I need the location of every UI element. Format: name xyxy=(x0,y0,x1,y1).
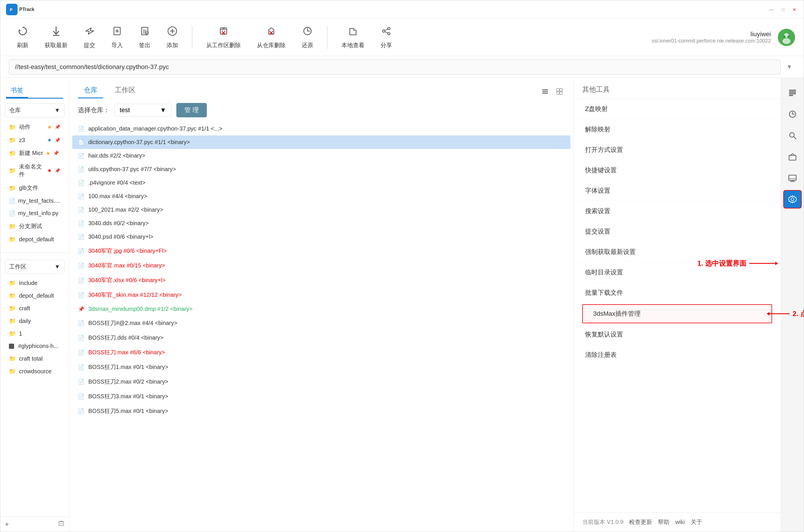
icon-bar-depot[interactable] xyxy=(783,148,802,166)
tool-open-settings[interactable]: 打开方式设置 xyxy=(574,140,781,160)
icon-bar-settings[interactable] xyxy=(783,190,802,208)
bookmark-glb[interactable]: 📁 glb文件 xyxy=(5,181,64,195)
star-icon: ★ xyxy=(46,150,50,156)
tool-clear-registry[interactable]: 清除注册表 xyxy=(574,345,781,365)
svg-point-14 xyxy=(388,27,390,30)
tool-shortcut-settings[interactable]: 快捷键设置 xyxy=(574,160,781,180)
toolbar-fetch[interactable]: 获取最新 xyxy=(37,23,76,52)
tool-search-settings[interactable]: 搜索设置 xyxy=(574,201,781,222)
path-dropdown-button[interactable]: ▼ xyxy=(784,59,795,75)
file-item-red[interactable]: 📄 3040军官.jpg #0/6 <binary+Fl> xyxy=(72,244,571,258)
view-toggle-btn-2[interactable] xyxy=(554,86,565,97)
ws-one[interactable]: 📁 1 xyxy=(5,327,64,340)
toolbar-checkout[interactable]: 签出 xyxy=(131,23,158,52)
file-item[interactable]: 📄 3040.psd #0/6 <binary+l> xyxy=(72,230,571,244)
ws-glyphicons[interactable]: #glyphicons-h... xyxy=(5,340,64,352)
workspace-dropdown[interactable]: 工作区 ▼ xyxy=(5,260,64,274)
toolbar-submit[interactable]: 提交 xyxy=(76,23,103,52)
tool-submit-settings[interactable]: 提交设置 xyxy=(574,222,781,242)
footer-check-update[interactable]: 检查更新 xyxy=(629,518,652,526)
ws-craft[interactable]: 📁 craft xyxy=(5,302,64,315)
svg-line-42 xyxy=(793,137,796,139)
tool-force-fetch-settings[interactable]: 强制获取最新设置 xyxy=(574,242,781,262)
remove-depot-label: 从仓库删除 xyxy=(257,41,286,49)
bookmark-z3[interactable]: 📁 z3 ★ 📌 xyxy=(5,134,64,146)
repo-select-dropdown[interactable]: test ▼ xyxy=(114,104,172,116)
file-item-red[interactable]: 📄 3040军官.xlsx #0/6 <binary+l> xyxy=(72,273,571,288)
bookmark-depot-default[interactable]: 📁 depot_default xyxy=(5,233,64,246)
bookmark-new-micro[interactable]: 📁 新建 Micr ★ 📌 xyxy=(5,146,64,160)
maximize-button[interactable]: □ xyxy=(780,6,786,13)
toolbar-revert[interactable]: 还原 xyxy=(294,23,321,52)
tab-depot[interactable]: 仓库 xyxy=(78,82,103,98)
footer-wiki[interactable]: wiki xyxy=(675,519,685,526)
delete-bookmark-button[interactable] xyxy=(58,520,64,528)
ws-daily[interactable]: 📁 daily xyxy=(5,315,64,327)
file-item-red[interactable]: 📄 3040军官.max #0/15 <binary> xyxy=(72,258,571,273)
file-item-red[interactable]: 📄 BOSS狂刀.max #6/6 <binary> xyxy=(72,345,571,360)
close-button[interactable]: ✕ xyxy=(791,6,798,13)
workspace-dropdown-label: 工作区 xyxy=(9,263,26,271)
tool-batch-download[interactable]: 批量下载文件 xyxy=(574,283,781,303)
file-item[interactable]: 📄 application_data_manager.cpython-37.py… xyxy=(72,122,571,135)
footer-about[interactable]: 关于 xyxy=(691,518,702,526)
tab-workspace[interactable]: 工作区 xyxy=(109,82,141,98)
minimize-button[interactable]: — xyxy=(768,6,775,13)
bookmark-test-facts[interactable]: 📄 my_test_facts.... xyxy=(5,195,64,207)
icon-bar-history[interactable] xyxy=(783,105,802,124)
file-item-red[interactable]: 📄 3040军官_skin.max #12/12 <binary> xyxy=(72,288,571,302)
file-item[interactable]: 📄 3040.dds #0/2 <binary> xyxy=(72,216,571,230)
bookmark-branch-test[interactable]: 📁 分支测试 xyxy=(5,220,64,233)
file-item[interactable]: 📄 BOSS狂刀1.max #0/1 <binary> xyxy=(72,360,571,375)
manage-button[interactable]: 管 理 xyxy=(176,103,207,117)
file-name: 100.max #4/4 <binary> xyxy=(88,193,565,200)
toolbar-share[interactable]: 分享 xyxy=(373,23,400,52)
tool-3dsmax-plugin[interactable]: 3dsMax插件管理 xyxy=(582,304,772,323)
footer-help[interactable]: 帮助 xyxy=(658,518,669,526)
file-item[interactable]: 📄 BOSS狂刀2.max #0/2 <binary> xyxy=(72,375,571,389)
toolbar-add[interactable]: 添加 xyxy=(158,23,186,52)
view-toggle-btn-1[interactable] xyxy=(540,86,550,97)
share-icon xyxy=(381,25,392,39)
tool-restore-defaults[interactable]: 恢复默认设置 xyxy=(574,324,781,345)
file-item[interactable]: 📄 BOSS狂刀#@2.max #4/4 <binary> xyxy=(72,316,571,330)
toolbar-remove-depot[interactable]: 从仓库删除 xyxy=(249,23,294,52)
ws-depot-default[interactable]: 📁 depot_default xyxy=(5,289,64,302)
bookmark-label: z3 xyxy=(19,137,25,144)
file-item[interactable]: 📄 100.max #4/4 <binary> xyxy=(72,190,571,203)
icon-bar-search[interactable] xyxy=(783,126,802,145)
toolbar-local-view[interactable]: 本地查看 xyxy=(333,23,373,52)
bookmark-unnamed[interactable]: 📁 未命名文件 ★ 📌 xyxy=(5,160,64,181)
file-name: .p4vignore #0/4 <text> xyxy=(88,179,565,186)
bookmark-test-info[interactable]: 📄 my_test_info.py xyxy=(5,207,64,220)
toolbar-refresh[interactable]: 刷新 xyxy=(9,23,37,52)
file-item[interactable]: 📄 utils.cpython-37.pyc #7/7 <binary> xyxy=(72,163,571,176)
bookmark-label: Include xyxy=(19,280,38,286)
icon-bar-panel[interactable] xyxy=(783,84,802,102)
ws-crowdsource[interactable]: 📁 crowdsource xyxy=(5,365,64,378)
file-item[interactable]: 📄 .p4vignore #0/4 <text> xyxy=(72,176,571,190)
tab-bookmarks[interactable]: 书签 xyxy=(6,84,28,98)
add-bookmark-button[interactable]: + xyxy=(5,520,9,528)
file-item[interactable]: 📄 BOSS狂刀5.max #0/1 <binary> xyxy=(72,404,571,418)
file-item[interactable]: 📄 BOSS狂刀3.max #0/1 <binary> xyxy=(72,389,571,404)
file-item[interactable]: 📄 100_2021.max #2/2 <binary> xyxy=(72,203,571,216)
file-item-selected[interactable]: 📄 dictionary.cpython-37.pyc #1/1 <binary… xyxy=(72,135,571,149)
bookmark-action[interactable]: 📁 动作 ★ 📌 xyxy=(5,120,64,134)
tool-unmap[interactable]: 解除映射 xyxy=(574,119,781,140)
tool-temp-dir-settings[interactable]: 临时目录设置 xyxy=(574,262,781,283)
icon-bar-workspace[interactable] xyxy=(783,169,802,187)
path-input[interactable] xyxy=(9,59,781,75)
depot-dropdown[interactable]: 仓库 ▼ xyxy=(5,103,64,117)
tool-font-settings[interactable]: 字体设置 xyxy=(574,180,781,201)
file-item-green[interactable]: 📌 3dsmax_minidump00.dmp #1/2 <binary> xyxy=(72,302,571,316)
file-item[interactable]: 📄 BOSS狂刀.dds #0/4 <binary> xyxy=(72,330,571,345)
ws-craft-total[interactable]: 📁 craft total xyxy=(5,352,64,365)
ws-include[interactable]: 📁 Include xyxy=(5,277,64,289)
tool-z-map[interactable]: Z盘映射 xyxy=(574,99,781,119)
svg-rect-36 xyxy=(789,90,796,91)
toolbar-import[interactable]: 导入 xyxy=(103,23,131,52)
file-icon: 📄 xyxy=(78,393,84,400)
toolbar-remove-workspace[interactable]: 从工作区删除 xyxy=(198,23,249,52)
file-item[interactable]: 📄 hair.dds #2/2 <binary> xyxy=(72,149,571,163)
